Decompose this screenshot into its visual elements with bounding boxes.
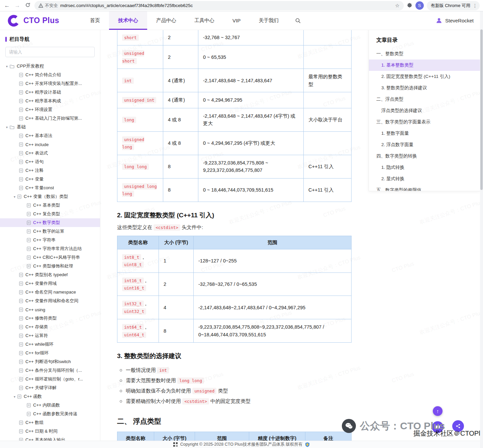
sidebar-item[interactable]: C++ 内联函数 [0, 401, 100, 410]
table-cell: int32_t ,uint32_t [117, 296, 159, 319]
sidebar-item[interactable]: C++ 变量 [0, 175, 100, 184]
doc-icon [27, 403, 31, 408]
security-chip[interactable]: 不安全 [38, 3, 58, 9]
back-icon[interactable]: ← [3, 3, 11, 8]
sidebar-item[interactable]: C++ 数字的运算 [0, 227, 100, 236]
table-cell: 4 (通常) [163, 92, 198, 108]
sidebar-item[interactable]: C++ 基本语法 [0, 131, 100, 140]
sidebar-item[interactable]: C++ 数字类型 [0, 218, 100, 227]
sidebar-item[interactable]: C++ 复合类型 [0, 210, 100, 218]
user-menu[interactable]: SteveRocket [436, 17, 474, 24]
forward-icon[interactable]: → [14, 3, 21, 8]
sidebar-item[interactable]: C++ 循环逻辑控制（goto、r... [0, 375, 100, 383]
page-scrollbar[interactable] [480, 11, 483, 448]
sidebar-item[interactable]: C++ 修饰符类型 [0, 314, 100, 323]
profile-avatar[interactable]: S [415, 1, 424, 10]
nav-item-tool-center[interactable]: 工具中心 [185, 11, 223, 30]
sidebar-search-input[interactable] [5, 47, 95, 57]
table-cell: int [117, 69, 163, 92]
toc-item[interactable]: 2. 浮点数字面量 [369, 139, 480, 150]
sidebar-item[interactable]: C++ 存储类 [0, 323, 100, 331]
expand-arrow-icon[interactable]: ▾ [6, 125, 8, 129]
nav-item-vip[interactable]: VIP [223, 11, 250, 30]
nav-item-product-center[interactable]: 产品中心 [147, 11, 185, 30]
bookmark-star-icon[interactable]: ☆ [395, 3, 399, 9]
table-cell: C++11 引入 [304, 155, 352, 178]
toc-item[interactable]: 2. 显式转换 [369, 173, 480, 185]
doc-icon [19, 377, 23, 381]
sidebar-item[interactable]: C++ 关键字详解 [0, 383, 100, 392]
sidebar-item[interactable]: C++ 字符串 [0, 236, 100, 244]
sidebar-item[interactable]: C++ 常量const [0, 184, 100, 192]
sidebar-item[interactable]: C++ 函数参数完美传递 [0, 410, 100, 418]
nav-item-tech-center[interactable]: 技术中心 [109, 11, 147, 30]
sidebar-item[interactable]: C++ 判断语句if和switch [0, 357, 100, 366]
nav-item-about-us[interactable]: 关于我们 [250, 11, 288, 30]
sidebar-item[interactable]: ▾C++ 函数 [0, 392, 100, 401]
nav-item-home[interactable]: 首页 [81, 11, 109, 30]
doc-icon [19, 151, 23, 155]
toc-item[interactable]: 五、数字类型的极限值 [369, 185, 480, 191]
sidebar-item[interactable]: C++ C和C++风格字符串 [0, 253, 100, 262]
toc-item[interactable]: 1. 整数字面量 [369, 128, 480, 139]
menu-kebab-icon[interactable]: ⋮ [473, 3, 477, 8]
sidebar-item-label: C++ 程序设计基础 [25, 89, 61, 95]
toc-item[interactable]: 1. 基本整数类型 [369, 60, 480, 71]
sidebar-item[interactable]: C++ 变量作用域和命名空间 [0, 297, 100, 305]
sidebar-item[interactable]: C++ 简介特点介绍 [0, 71, 100, 79]
toc-item[interactable]: 浮点类型的选择建议 [369, 105, 480, 116]
sidebar-item[interactable]: ▾基础 [0, 123, 100, 131]
address-bar[interactable]: 不安全 mdrsec.com/#/ctoplus_article/cecaaef… [34, 1, 404, 10]
toc-item[interactable]: 3. 整数类型的选择建议 [369, 82, 480, 94]
sidebar-item[interactable]: C++ 日期 & 时间 [0, 427, 100, 436]
search-icon[interactable] [295, 18, 301, 23]
sidebar-item[interactable]: ▾CPP开发教程 [0, 62, 100, 71]
extensions-icon[interactable] [407, 3, 412, 8]
sidebar-item[interactable]: C++ 命名空间 namespace [0, 288, 100, 297]
sidebar-item[interactable]: C++ while循环 [0, 340, 100, 349]
toc-item[interactable]: 一、整数类型 [369, 48, 480, 60]
url-text[interactable]: mdrsec.com/#/ctoplus_article/cecaaef73f4… [60, 3, 393, 8]
sidebar-item[interactable]: C++ 变量作用域 [0, 279, 100, 288]
sidebar-item[interactable]: C++ 基本类型 [0, 201, 100, 210]
scrollbar-thumb[interactable] [480, 29, 483, 190]
sidebar-item[interactable]: C++ 运算符 [0, 331, 100, 340]
doc-icon [19, 116, 23, 121]
sidebar-item[interactable]: C++ 开发环境安装与配置并... [0, 79, 100, 88]
table-row: int8_t ,uint8_t1-128~127 / 0~255 [117, 249, 352, 272]
toc-item[interactable]: 1. 隐式转换 [369, 162, 480, 173]
sidebar-item[interactable]: C++ 基本的输入输出 [0, 436, 100, 441]
sidebar-item[interactable]: C++ 类型修饰和处理 [0, 262, 100, 270]
sidebar-item[interactable]: C++ 程序设计基础 [0, 88, 100, 97]
sidebar-item[interactable]: C++ for循环 [0, 349, 100, 357]
sidebar-item[interactable]: C++ 字符串常用方法总结 [0, 244, 100, 253]
chrome-update-button[interactable]: 有新版 Chrome 可用 ⋮ [427, 1, 480, 10]
accent-bar [5, 37, 7, 42]
back-to-top-button[interactable]: ↑ [433, 406, 443, 416]
sidebar-item[interactable]: C++ 条件分支与循环控制（... [0, 366, 100, 375]
sidebar-item[interactable]: C++ 基础入门之开始编写第... [0, 114, 100, 123]
toc-item[interactable]: 2. 固定宽度整数类型 (C++11 引入) [369, 71, 480, 82]
doc-icon [27, 264, 31, 268]
sidebar-item[interactable]: C++ 数组 [0, 418, 100, 427]
expand-arrow-icon[interactable]: ▾ [6, 65, 8, 68]
sidebar-item[interactable]: ▾C++ 变量（数据）类型 [0, 192, 100, 201]
article-content: short2-32,768 ~ 32,767unsigned short20 ~… [101, 30, 368, 441]
sidebar-item[interactable]: C++ 语句 [0, 157, 100, 166]
sidebar-item[interactable]: C++ include [0, 140, 100, 149]
sidebar-item[interactable]: C++ using [0, 305, 100, 314]
toc-item[interactable]: 二、浮点类型 [369, 94, 480, 105]
sidebar-item[interactable]: C++ 环境设置 [0, 105, 100, 114]
table-header-cell: 范围 [194, 236, 352, 249]
sidebar-item[interactable]: C++ 表达式 [0, 149, 100, 157]
toc-item[interactable]: 四、数字类型的转换 [369, 150, 480, 162]
sidebar-item[interactable]: C++ 类型别名 typedef [0, 270, 100, 279]
site-logo[interactable]: CTO Plus [0, 14, 76, 27]
expand-arrow-icon[interactable]: ▾ [14, 395, 15, 399]
sidebar-item[interactable]: C++ 程序基本构成 [0, 97, 100, 105]
refresh-icon[interactable] [24, 2, 31, 9]
sidebar-item[interactable]: C++ 注释 [0, 166, 100, 175]
toc-item[interactable]: 三、数字类型的字面量表示 [369, 116, 480, 128]
table-cell: short [117, 30, 163, 45]
expand-arrow-icon[interactable]: ▾ [14, 195, 15, 199]
